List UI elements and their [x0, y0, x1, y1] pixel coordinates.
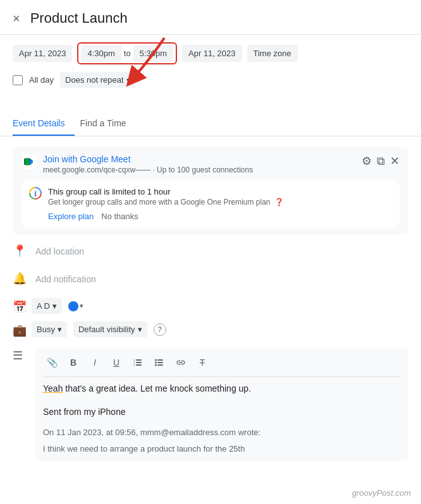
calendar-selector[interactable]: A D ▾ — [32, 298, 62, 314]
svg-point-1 — [26, 159, 28, 162]
text-body: that's a great idea. Let me knock someth… — [63, 383, 251, 393]
notification-icon: 🔔 — [13, 272, 25, 285]
description-editor[interactable]: 📎 B I U 1. 2. 3. — [35, 347, 408, 461]
time-block: 4:30pm to 5:30pm — [77, 42, 177, 64]
meet-info: Join with Google Meet meet.google.com/qc… — [43, 154, 355, 174]
svg-rect-2 — [25, 162, 30, 164]
svg-rect-6 — [136, 362, 142, 363]
bold-button[interactable]: B — [64, 354, 82, 371]
svg-rect-7 — [136, 364, 142, 366]
warning-text: This group call is limited to 1 hour Get… — [48, 187, 392, 221]
briefcase-icon: 💼 — [13, 323, 25, 337]
text-highlighted: Yeah — [43, 383, 63, 393]
email-body-line: I think we need to arrange a product lau… — [43, 443, 401, 455]
meet-warning: i This group call is limited to 1 hour G… — [21, 181, 400, 227]
italic-button[interactable]: I — [86, 354, 104, 371]
google-meet-logo — [21, 154, 37, 169]
help-circle-icon[interactable]: ❓ — [274, 198, 284, 207]
calendar-icon: 📅 — [13, 300, 25, 314]
location-row: 📍 Add location — [0, 237, 421, 265]
tabs-row: Event Details Find a Time — [0, 112, 421, 136]
unordered-list-button[interactable] — [150, 354, 168, 371]
repeat-dropdown[interactable]: Does not repeat ▾ — [60, 72, 135, 88]
warning-desc: Get longer group calls and more with a G… — [48, 198, 392, 207]
email-sender-line: On 11 Jan 2023, at 09:56, mmm@emailaddre… — [43, 426, 401, 439]
underline-button[interactable]: U — [107, 354, 125, 371]
start-date-chip[interactable]: Apr 11, 2023 — [13, 45, 72, 62]
ordered-list-button[interactable]: 1. 2. 3. — [129, 354, 147, 371]
meet-close-icon[interactable]: ✕ — [390, 154, 400, 168]
strikethrough-button[interactable]: T — [193, 354, 211, 371]
repeat-arrow-icon: ▾ — [126, 76, 130, 83]
warning-title: This group call is limited to 1 hour — [48, 187, 392, 196]
notification-input[interactable]: Add notification — [35, 270, 96, 288]
calendar-name: A D — [37, 301, 50, 311]
location-input[interactable]: Add location — [35, 243, 84, 260]
status-row: 💼 Busy ▾ Default visibility ▾ ? — [0, 319, 421, 342]
allday-checkbox[interactable] — [13, 75, 23, 85]
description-icon: ☰ — [13, 349, 25, 363]
warning-links: Explore plan No thanks — [48, 212, 392, 221]
page-title: Product Launch — [30, 10, 408, 27]
description-content[interactable]: Yeah that's a great idea. Let me knock s… — [43, 382, 401, 455]
visibility-help-icon[interactable]: ? — [154, 323, 166, 336]
meet-copy-icon[interactable]: ⧉ — [377, 155, 385, 168]
busy-status-dropdown[interactable]: Busy ▾ — [32, 321, 67, 337]
attach-button[interactable]: 📎 — [43, 354, 61, 371]
color-dropdown-arrow-icon: ▾ — [80, 302, 83, 310]
location-icon: 📍 — [13, 244, 25, 258]
visibility-dropdown[interactable]: Default visibility ▾ — [73, 321, 147, 337]
svg-point-15 — [155, 362, 157, 364]
allday-label: All day — [29, 75, 54, 85]
repeat-label: Does not repeat — [65, 75, 124, 85]
calendar-dropdown-arrow-icon: ▾ — [52, 301, 57, 311]
timezone-chip[interactable]: Time zone — [247, 45, 298, 62]
calendar-row: 📅 A D ▾ ▾ — [0, 293, 421, 319]
busy-arrow-icon: ▾ — [58, 325, 62, 334]
meet-actions: ⚙ ⧉ ✕ — [362, 154, 400, 168]
end-time-chip[interactable]: 5:30pm — [133, 45, 173, 62]
notification-row: 🔔 Add notification — [0, 265, 421, 293]
svg-rect-11 — [157, 359, 163, 361]
start-time-chip[interactable]: 4:30pm — [81, 45, 121, 62]
time-separator: to — [124, 49, 131, 58]
watermark: groovyPost.com — [352, 488, 411, 498]
svg-rect-13 — [157, 364, 163, 366]
color-picker-button[interactable]: ▾ — [68, 301, 83, 311]
tab-find-a-time[interactable]: Find a Time — [80, 112, 136, 136]
meet-card: Join with Google Meet meet.google.com/qc… — [13, 147, 408, 235]
svg-rect-5 — [136, 359, 142, 361]
meet-join-link[interactable]: Join with Google Meet — [43, 154, 355, 164]
visibility-label: Default visibility — [78, 325, 135, 334]
meet-settings-icon[interactable]: ⚙ — [362, 154, 372, 168]
svg-text:3.: 3. — [133, 363, 135, 366]
tab-event-details[interactable]: Event Details — [13, 112, 75, 136]
link-button[interactable] — [172, 354, 190, 371]
svg-text:i: i — [34, 189, 37, 198]
email-sent-from: Sent from my iPhone — [43, 405, 401, 419]
editor-toolbar: 📎 B I U 1. 2. 3. — [43, 354, 401, 377]
close-button[interactable]: × — [13, 12, 20, 25]
svg-point-14 — [155, 359, 157, 361]
event-content: Join with Google Meet meet.google.com/qc… — [0, 136, 421, 474]
meet-url: meet.google.com/qce-cqxw—— · Up to 100 g… — [43, 165, 355, 174]
warning-info-icon: i — [29, 187, 42, 200]
visibility-arrow-icon: ▾ — [138, 325, 142, 334]
busy-label: Busy — [37, 325, 55, 334]
explore-plan-link[interactable]: Explore plan — [48, 212, 94, 221]
svg-point-16 — [155, 364, 157, 366]
description-row: ☰ 📎 B I U 1. 2. 3. — [0, 342, 421, 466]
event-color-dot — [68, 301, 78, 311]
svg-rect-12 — [157, 362, 163, 363]
no-thanks-button[interactable]: No thanks — [101, 212, 138, 221]
end-date-chip[interactable]: Apr 11, 2023 — [182, 45, 241, 62]
